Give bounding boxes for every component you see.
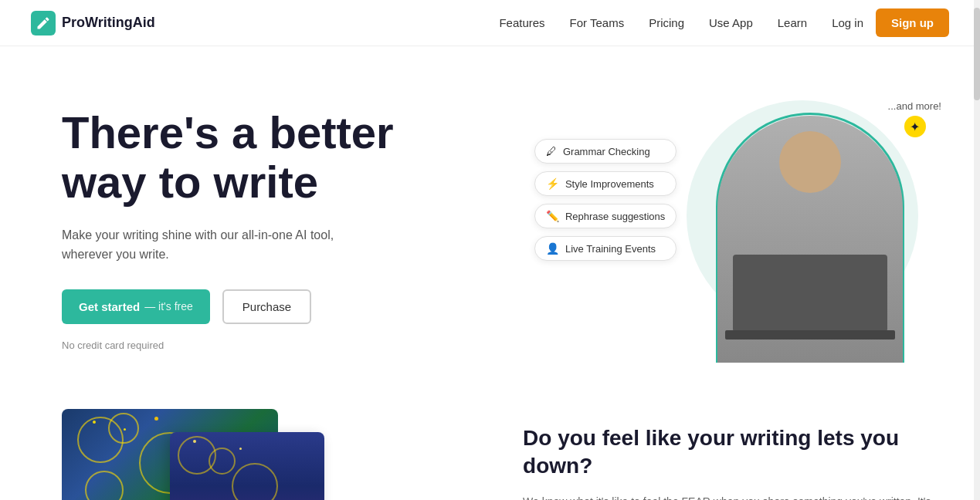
pill-rephrase-label: Rephrase suggestions	[565, 211, 665, 222]
pill-rephrase: ✏️ Rephrase suggestions	[534, 204, 677, 228]
hero-content: There's a better way to write Make your …	[62, 93, 550, 351]
nav-actions: Log in Sign up	[832, 8, 949, 37]
lower-image-area: My idea in my head	[62, 409, 461, 500]
style-icon: ⚡	[546, 177, 559, 190]
hero-person-image	[717, 116, 903, 363]
training-icon: 👤	[546, 242, 559, 255]
pill-training: 👤 Live Training Events	[534, 236, 677, 261]
nav-features[interactable]: Features	[499, 16, 544, 29]
swirl-7	[232, 463, 278, 500]
get-started-button[interactable]: Get started — it's free	[62, 289, 210, 324]
nav-use-app[interactable]: Use App	[709, 16, 753, 29]
lower-section: My idea in my head Do you feel like your…	[0, 394, 980, 500]
hero-subtitle: Make your writing shine with our all-in-…	[62, 225, 371, 265]
rephrase-icon: ✏️	[546, 210, 559, 222]
login-button[interactable]: Log in	[832, 16, 863, 29]
feature-pills-list: 🖊 Grammar Checking ⚡ Style Improvements …	[534, 139, 677, 261]
nav-pricing[interactable]: Pricing	[649, 16, 684, 29]
hero-cta-group: Get started — it's free Purchase	[62, 289, 550, 324]
scrollbar-thumb[interactable]	[974, 8, 980, 100]
card-front: My idea in my head	[170, 432, 324, 500]
hero-section: There's a better way to write Make your …	[0, 46, 980, 394]
purchase-button[interactable]: Purchase	[222, 289, 311, 324]
brand-logo[interactable]: ProWritingAid	[31, 11, 155, 35]
hero-image-area: ✦ ...and more! 🖊 Grammar Checking ⚡ Styl…	[550, 93, 949, 363]
image-stack: My idea in my head	[62, 409, 324, 500]
section-body: We know what it's like to feel the FEAR …	[523, 493, 949, 500]
pill-grammar-label: Grammar Checking	[563, 146, 650, 157]
nav-learn[interactable]: Learn	[778, 16, 807, 29]
pill-grammar: 🖊 Grammar Checking	[534, 139, 677, 164]
nav-links: Features For Teams Pricing Use App Learn	[499, 16, 807, 30]
brand-name: ProWritingAid	[62, 15, 155, 31]
hero-title: There's a better way to write	[62, 108, 550, 207]
lower-text: Do you feel like your writing lets you d…	[523, 409, 949, 500]
and-more-text: ...and more!	[888, 100, 941, 112]
pill-training-label: Live Training Events	[565, 243, 656, 255]
person-head	[779, 131, 841, 193]
section-title: Do you feel like your writing lets you d…	[523, 424, 949, 481]
logo-icon	[31, 11, 56, 35]
swirl-4	[85, 471, 124, 500]
scrollbar[interactable]	[974, 0, 980, 500]
grammar-icon: 🖊	[546, 145, 557, 157]
nav-for-teams[interactable]: For Teams	[570, 16, 625, 29]
navbar: ProWritingAid Features For Teams Pricing…	[0, 0, 980, 46]
free-tag: — it's free	[144, 300, 193, 312]
swirl-6	[209, 448, 236, 475]
hero-illustration: ✦ ...and more! 🖊 Grammar Checking ⚡ Styl…	[550, 93, 949, 363]
sparkle-icon: ✦	[904, 116, 926, 137]
pill-style-label: Style Improvements	[565, 178, 654, 190]
signup-button[interactable]: Sign up	[876, 8, 949, 37]
pill-style: ⚡ Style Improvements	[534, 171, 677, 196]
no-credit-card-text: No credit card required	[62, 340, 550, 351]
